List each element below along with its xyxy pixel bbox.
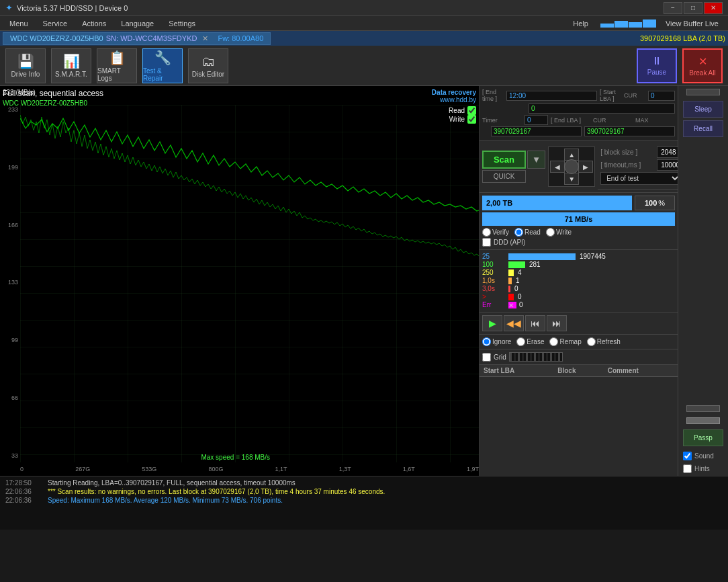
refresh-radio[interactable] <box>587 337 596 346</box>
skip-back-button[interactable]: ⏮ <box>525 315 545 331</box>
scan-btn-row: Scan ▼ <box>482 151 545 169</box>
status-line-2: 22:06:36 *** Scan results: no warnings, … <box>5 488 723 495</box>
read-option[interactable]: Read <box>514 228 541 237</box>
ddd-api-checkbox[interactable] <box>482 238 491 247</box>
sidebar-toggle-2[interactable] <box>686 405 720 412</box>
menu-item-menu[interactable]: Menu <box>3 18 35 29</box>
quick-button[interactable]: QUICK <box>482 170 526 183</box>
end-of-test-select[interactable]: End of test Power off Restart <box>600 172 681 185</box>
hints-checkbox[interactable] <box>683 464 692 473</box>
y-label-133: 133 <box>0 279 20 286</box>
end-lba-value-row <box>482 126 675 136</box>
counter-1s-value: 1 <box>516 277 520 284</box>
status-time-1: 17:28:50 <box>5 479 42 487</box>
start-lba-value-row <box>482 103 675 114</box>
start-lba-input[interactable] <box>529 103 675 114</box>
y-label-233: 233 <box>0 106 20 113</box>
verify-radio[interactable] <box>482 228 491 237</box>
sleep-button[interactable]: Sleep <box>683 101 723 118</box>
toolbar: 💾 Drive Info 📊 S.M.A.R.T. 📋 SMART Logs 🔧… <box>0 46 728 86</box>
timeout-label: [ timeout,ms ] <box>600 161 654 169</box>
device-tab[interactable]: WDC WD20EZRZ-00Z5HB0 SN: WD-WCC4M3SFDYKD… <box>3 32 271 45</box>
read-checkbox[interactable] <box>467 106 476 115</box>
verify-option[interactable]: Verify <box>482 228 509 237</box>
counter-3s-bar <box>508 286 510 292</box>
read-radio[interactable] <box>514 228 523 237</box>
counter-3s-value: 0 <box>514 285 518 292</box>
counter-250-label: 250 <box>482 269 506 276</box>
end-time-row: [ End time ] [ Start LBA ] CUR <box>482 89 675 102</box>
end-lba-label: [ End LBA ] <box>551 117 590 124</box>
smart-logs-label: SMART Logs <box>97 67 136 82</box>
sound-checkbox[interactable] <box>683 452 692 460</box>
counter-err: Err ✕ 0 <box>482 301 675 308</box>
menu-item-language[interactable]: Language <box>114 18 161 29</box>
y-label-199: 199 <box>0 164 20 171</box>
remap-radio[interactable] <box>549 337 558 346</box>
maximize-button[interactable]: □ <box>684 2 702 14</box>
menu-item-actions[interactable]: Actions <box>75 18 113 29</box>
menu-item-service[interactable]: Service <box>36 18 75 29</box>
status-line-1: 17:28:50 Starting Reading, LBA=0..390702… <box>5 479 723 487</box>
passp-button[interactable]: Passp <box>683 429 723 446</box>
ddd-api-label: DDD (API) <box>494 239 525 246</box>
write-radio[interactable] <box>546 228 555 237</box>
cur-start-lba-input[interactable] <box>648 91 675 101</box>
tab-close-icon[interactable]: ✕ <box>202 34 208 43</box>
write-label: Write <box>449 116 465 123</box>
minimize-button[interactable]: − <box>664 2 682 14</box>
disk-editor-button[interactable]: 🗂 Disk Editor <box>188 48 228 83</box>
titlebar-controls[interactable]: − □ ✕ <box>664 2 723 14</box>
break-label: Break All <box>689 69 715 77</box>
grid-section: Grid <box>480 349 678 365</box>
end-lba-input[interactable] <box>491 126 582 136</box>
pause-icon: ⏸ <box>651 55 662 67</box>
write-checkbox[interactable] <box>467 115 476 124</box>
sidebar-toggle-3[interactable] <box>686 417 720 424</box>
sidebar-toggle-1[interactable] <box>686 89 720 95</box>
ignore-radio[interactable] <box>482 337 491 346</box>
drive-info-label: Drive Info <box>11 71 40 78</box>
counter-250-bar <box>508 269 514 276</box>
close-button[interactable]: ✕ <box>704 2 723 14</box>
counters-section: 25 1907445 100 281 250 4 1,0s 1 3,0s <box>480 250 678 313</box>
menu-item-settings[interactable]: Settings <box>162 18 202 29</box>
erase-option[interactable]: Erase <box>516 337 544 346</box>
direction-right-button[interactable]: ▶ <box>578 161 593 173</box>
scan-button[interactable]: Scan <box>482 151 526 169</box>
graph-legend: Data recovery www.hdd.by Read Write <box>432 89 476 124</box>
view-buffer-toggle[interactable]: View Buffer Live <box>600 18 725 29</box>
test-repair-label: Test & Repair <box>143 67 182 82</box>
scan-dropdown-button[interactable]: ▼ <box>527 151 545 169</box>
erase-radio[interactable] <box>516 337 525 346</box>
smart-button[interactable]: 📊 S.M.A.R.T. <box>51 48 91 83</box>
break-all-button[interactable]: ✕ Break All <box>682 48 723 83</box>
skip-fwd-button[interactable]: ⏭ <box>547 315 567 331</box>
counter-1s-label: 1,0s <box>482 277 506 284</box>
refresh-option[interactable]: Refresh <box>587 337 621 346</box>
test-repair-button[interactable]: 🔧 Test & Repair <box>142 48 183 83</box>
end-time-input[interactable] <box>506 91 597 101</box>
end-lba-max-input[interactable] <box>584 126 675 136</box>
tab-firmware: Fw: 80.00A80 <box>218 34 263 42</box>
remap-option[interactable]: Remap <box>549 337 581 346</box>
direction-center <box>564 159 579 174</box>
graph-area: 233 (MB/s) 233 199 166 133 99 66 33 <box>0 86 480 476</box>
write-option[interactable]: Write <box>546 228 572 237</box>
help-menu[interactable]: Help <box>566 18 595 29</box>
play-button[interactable]: ▶ <box>482 315 502 331</box>
col-block: Block <box>553 365 603 377</box>
direction-down-button[interactable]: ▼ <box>564 173 579 185</box>
recall-button[interactable]: Recall <box>683 120 723 137</box>
counter-err-icon: ✕ <box>508 302 516 308</box>
direction-left-button[interactable]: ◀ <box>550 161 565 173</box>
pause-button[interactable]: ⏸ Pause <box>637 48 677 83</box>
counter-gt-bar <box>508 294 514 300</box>
back-button[interactable]: ◀◀ <box>504 315 524 331</box>
app-icon: ✦ <box>5 3 13 13</box>
grid-checkbox[interactable] <box>482 353 491 362</box>
ignore-option[interactable]: Ignore <box>482 337 511 346</box>
timer-input[interactable] <box>525 115 548 125</box>
drive-info-button[interactable]: 💾 Drive Info <box>5 48 46 83</box>
smart-logs-button[interactable]: 📋 SMART Logs <box>97 48 137 83</box>
